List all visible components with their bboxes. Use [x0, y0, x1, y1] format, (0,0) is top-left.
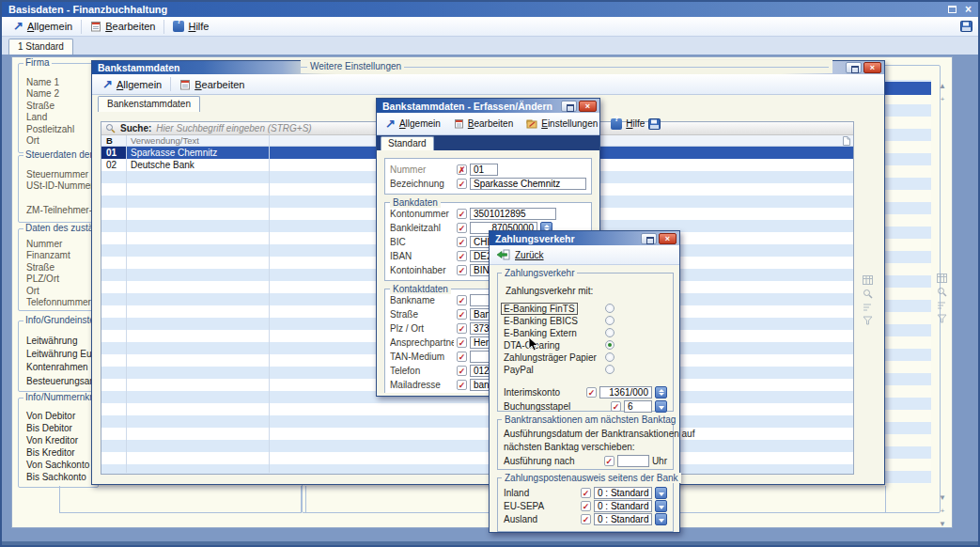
restore-icon[interactable] [948, 6, 957, 13]
check-checkbox-icon[interactable]: ✓ [457, 337, 467, 348]
field-label: Von Kreditor [19, 434, 98, 446]
menu-bearbeiten[interactable]: Bearbeiten [174, 78, 250, 91]
ausland-select[interactable]: 0 : Standard [594, 513, 652, 525]
field-label: Steuernummer [19, 169, 98, 180]
column-header-b[interactable]: B [101, 135, 126, 146]
cross-checkbox-icon[interactable]: ✗ [457, 164, 467, 175]
page-icon[interactable] [843, 136, 850, 146]
scroll-end-icon[interactable]: ▼ [937, 520, 948, 529]
help-icon: ? [611, 118, 622, 130]
sort-icon[interactable] [937, 301, 947, 310]
check-checkbox-icon[interactable]: ✓ [457, 309, 467, 320]
filter-icon[interactable] [863, 316, 873, 325]
tab-standard[interactable]: Standard [381, 136, 434, 150]
scroll-up-icon[interactable]: ▲ [937, 82, 948, 91]
grid-icon[interactable] [863, 275, 873, 285]
close-button[interactable]: × [659, 233, 677, 244]
nummer-row: Nummer ✗ 01 [390, 163, 586, 177]
menu-allgemein[interactable]: ↗ Allgemein [8, 20, 78, 33]
field-label: Straße [19, 101, 98, 112]
check-checkbox-icon[interactable]: ✓ [581, 501, 591, 511]
close-button[interactable]: × [863, 62, 881, 73]
nummer-input[interactable]: 01 [470, 164, 498, 176]
field-label: Ort [19, 135, 98, 147]
check-checkbox-icon[interactable]: ✓ [457, 323, 467, 334]
check-checkbox-icon[interactable]: ✓ [457, 366, 467, 376]
erfassen-toolbar: ↗ Allgemein Bearbeiten Einstellungen ? H… [377, 113, 599, 135]
group-nummernkreise: Info/Nummernkreise Von Debitor Bis Debit… [18, 398, 99, 488]
kontaktdaten-label: Kontaktdaten [390, 284, 451, 294]
buchungsstapel-input[interactable]: 6 [624, 400, 652, 413]
kontonummer-input[interactable]: 3501012895 [470, 208, 556, 220]
dropdown-button[interactable] [655, 513, 667, 525]
check-checkbox-icon[interactable]: ✓ [457, 295, 467, 305]
list-tool-strip [863, 275, 873, 325]
search-placeholder: Hier Suchbegriff eingeben (STRG+S) [156, 123, 311, 133]
check-checkbox-icon[interactable]: ✓ [457, 237, 467, 247]
menu-hilfe[interactable]: ? Hilfe [167, 20, 214, 33]
posten-box: Zahlungspostenausweis seitens der Bank I… [497, 477, 674, 532]
column-header-text[interactable]: Verwendung/Text [126, 135, 269, 146]
check-checkbox-icon[interactable]: ✓ [611, 401, 621, 412]
menu-allgemein[interactable]: ↗ Allgemein [381, 117, 444, 130]
close-button[interactable]: × [579, 101, 597, 112]
check-checkbox-icon[interactable]: ✓ [586, 387, 597, 398]
dropdown-button[interactable] [655, 487, 667, 499]
search-icon[interactable] [863, 289, 873, 299]
radio-paypal[interactable] [605, 365, 614, 374]
menu-einstellungen[interactable]: Einstellungen [522, 117, 601, 130]
grid-icon[interactable] [937, 274, 947, 283]
scroll-down-icon[interactable]: ▼ [937, 493, 948, 503]
tab-1-standard[interactable]: 1 Standard [8, 39, 73, 55]
radio-extern[interactable] [605, 328, 614, 337]
check-checkbox-icon[interactable]: ✓ [457, 380, 467, 390]
check-checkbox-icon[interactable]: ✓ [457, 209, 467, 219]
field-label: Name 1 [19, 77, 98, 88]
mouse-cursor [528, 336, 539, 353]
search-icon[interactable] [937, 287, 947, 297]
spinner-button[interactable] [655, 386, 667, 399]
eu-sepa-select[interactable]: 0 : Standard [594, 500, 652, 512]
add-row-icon[interactable]: + [937, 507, 948, 516]
restore-button[interactable] [846, 62, 862, 73]
inland-row: Inland ✓ 0 : Standard [504, 486, 667, 499]
check-checkbox-icon[interactable]: ✓ [604, 456, 614, 466]
add-row-icon[interactable]: + [937, 95, 948, 104]
zahlungsverkehr-titlebar[interactable]: Zahlungsverkehr × [490, 231, 679, 245]
radio-ebics[interactable] [605, 316, 614, 325]
erfassen-titlebar[interactable]: Bankstammdaten - Erfassen/Ändern × [377, 99, 599, 113]
inland-select[interactable]: 0 : Standard [594, 487, 652, 499]
filter-icon[interactable] [937, 314, 947, 323]
save-icon[interactable] [960, 21, 972, 32]
check-checkbox-icon[interactable]: ✓ [457, 223, 467, 233]
main-titlebar[interactable]: Basisdaten - Finanzbuchhaltung × [2, 2, 978, 17]
radio-dta-clearing[interactable] [605, 340, 614, 350]
interimskonto-input[interactable]: 1361/000 [599, 386, 652, 399]
check-checkbox-icon[interactable]: ✓ [457, 352, 467, 362]
restore-button[interactable] [561, 101, 577, 112]
bezeichnung-input[interactable]: Sparkasse Chemnitz [470, 178, 586, 190]
check-checkbox-icon[interactable]: ✓ [457, 251, 467, 261]
ausfuehrung-input[interactable] [617, 455, 649, 467]
restore-button[interactable] [641, 233, 657, 244]
tab-bankenstammdaten[interactable]: Bankenstammdaten [98, 96, 200, 112]
sort-icon[interactable] [863, 303, 873, 312]
field-label: Bis Kreditor [19, 446, 98, 459]
menu-bearbeiten[interactable]: Bearbeiten [450, 117, 517, 130]
interimskonto-row: Interimskonto ✓ 1361/000 [504, 385, 667, 399]
check-checkbox-icon[interactable]: ✓ [581, 488, 591, 498]
radio-papier[interactable] [605, 352, 614, 362]
menu-allgemein[interactable]: ↗ Allgemein [97, 78, 167, 91]
ausland-row: Ausland ✓ 0 : Standard [504, 512, 667, 525]
menu-hilfe[interactable]: ? Hilfe [607, 117, 648, 131]
check-checkbox-icon[interactable]: ✓ [581, 514, 591, 524]
dropdown-button[interactable] [655, 500, 667, 512]
zurueck-button[interactable]: Zurück [515, 250, 544, 260]
radio-fints[interactable] [605, 304, 614, 313]
check-checkbox-icon[interactable]: ✓ [457, 179, 467, 189]
save-icon[interactable] [648, 118, 661, 130]
menu-bearbeiten[interactable]: Bearbeiten [85, 20, 161, 33]
close-icon[interactable]: × [965, 4, 972, 15]
check-checkbox-icon[interactable]: ✓ [457, 265, 467, 275]
dropdown-button[interactable] [655, 400, 667, 413]
